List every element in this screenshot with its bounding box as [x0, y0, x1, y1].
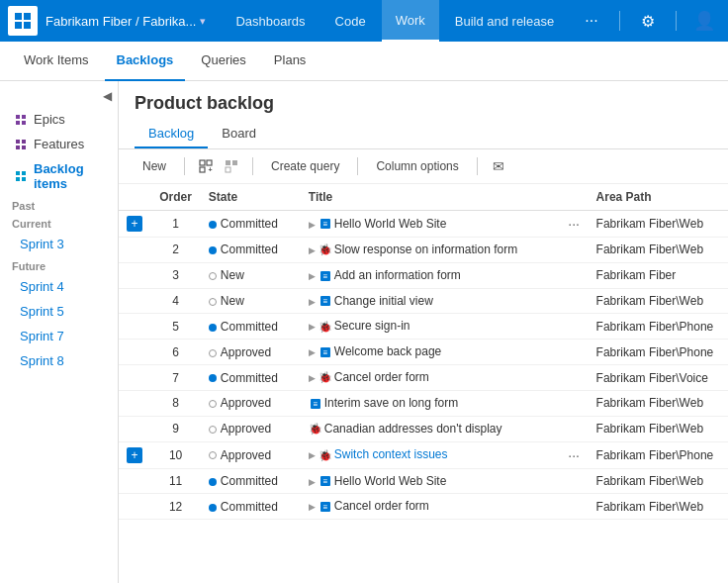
table-row: 7Committed▶🐞Cancel order formFabrikam Fi… — [119, 365, 728, 391]
sidebar-item-features[interactable]: Features — [0, 132, 118, 156]
past-group-label: Past — [0, 196, 118, 214]
expand-icon[interactable]: ▶ — [309, 245, 316, 255]
more-nav-button[interactable]: ··· — [576, 5, 607, 37]
project-name: Fabrikam Fiber / Fabrika... — [46, 14, 196, 29]
new-button[interactable]: New — [135, 156, 174, 176]
project-chevron-icon[interactable]: ▾ — [200, 15, 206, 28]
add-row-button[interactable]: + — [127, 447, 142, 463]
current-group-label: Current — [0, 214, 118, 232]
title-text[interactable]: Canadian addresses don't display — [324, 422, 502, 436]
sidebar-item-backlog[interactable]: Backlog items — [0, 156, 118, 196]
tab-queries[interactable]: Queries — [189, 42, 258, 81]
expand-icon[interactable]: ▶ — [309, 477, 316, 487]
expand-icon[interactable]: ▶ — [309, 220, 316, 230]
add-row-button[interactable]: + — [127, 216, 142, 232]
sidebar-sprint3[interactable]: Sprint 3 — [0, 232, 118, 256]
tab-work-items[interactable]: Work Items — [12, 42, 101, 81]
row-title[interactable]: ≡Interim save on long form — [301, 390, 561, 416]
row-state: Committed — [201, 314, 301, 340]
expand-icon[interactable]: ▶ — [309, 502, 316, 512]
row-more — [560, 262, 588, 288]
row-order: 4 — [150, 288, 200, 314]
add-child-icon[interactable]: + — [195, 155, 217, 177]
sidebar-sprint4[interactable]: Sprint 4 — [0, 274, 118, 299]
title-text[interactable]: Hello World Web Site — [334, 474, 447, 488]
row-title[interactable]: ▶≡Change initial view — [301, 288, 561, 314]
expand-icon[interactable]: ▶ — [309, 347, 316, 357]
tab-plans[interactable]: Plans — [262, 42, 318, 81]
sidebar-sprint5[interactable]: Sprint 5 — [0, 299, 118, 324]
row-state: Approved — [201, 390, 301, 416]
svg-text:≡: ≡ — [322, 220, 327, 229]
col-header-area[interactable]: Area Path — [589, 184, 728, 211]
expand-icon[interactable]: ▶ — [309, 373, 316, 383]
user-avatar[interactable]: 👤 — [688, 5, 720, 37]
collapse-icon[interactable] — [221, 155, 242, 177]
expand-icon[interactable]: ▶ — [309, 297, 316, 307]
state-dot — [209, 272, 217, 280]
nav-separator — [619, 11, 620, 31]
row-title[interactable]: ▶≡Hello World Web Site — [301, 211, 561, 238]
row-state: New — [201, 288, 301, 314]
row-more[interactable]: ··· — [560, 441, 588, 468]
column-options-button[interactable]: Column options — [368, 156, 466, 176]
sprint4-label: Sprint 4 — [20, 279, 64, 294]
tab-backlog[interactable]: Backlog — [135, 120, 208, 148]
tab-board[interactable]: Board — [208, 120, 270, 148]
sidebar-item-epics[interactable]: Epics — [0, 107, 118, 132]
sidebar-sprint8[interactable]: Sprint 8 — [0, 348, 118, 373]
expand-icon[interactable]: ▶ — [309, 322, 316, 332]
title-text[interactable]: Hello World Web Site — [334, 217, 447, 231]
title-text[interactable]: Add an information form — [334, 268, 461, 282]
title-text[interactable]: Slow response on information form — [334, 243, 517, 256]
row-add-col — [119, 262, 150, 288]
col-header-order[interactable]: Order — [150, 184, 200, 211]
create-query-button[interactable]: Create query — [263, 156, 347, 176]
row-title[interactable]: ▶🐞Slow response on information form — [301, 238, 561, 263]
row-state: Committed — [201, 468, 301, 494]
row-title[interactable]: ▶≡Welcome back page — [301, 340, 561, 365]
more-options-button[interactable]: ··· — [568, 216, 580, 232]
row-title[interactable]: ▶≡Hello World Web Site — [301, 468, 561, 494]
svg-rect-10 — [16, 146, 20, 149]
row-state: Approved — [201, 340, 301, 365]
nav-dashboards[interactable]: Dashboards — [222, 0, 318, 42]
settings-icon[interactable]: ⚙ — [632, 5, 664, 37]
state-dot — [209, 324, 217, 332]
col-header-title[interactable]: Title — [301, 184, 561, 211]
title-text[interactable]: Interim save on long form — [324, 396, 458, 410]
nav-build-release[interactable]: Build and release — [441, 0, 568, 42]
nav-work[interactable]: Work — [382, 0, 439, 42]
sidebar-sprint7[interactable]: Sprint 7 — [0, 324, 118, 348]
title-text[interactable]: Cancel order form — [334, 370, 429, 384]
state-dot — [209, 246, 217, 254]
title-text[interactable]: Cancel order form — [334, 499, 429, 513]
more-options-button[interactable]: ··· — [568, 447, 580, 463]
logo[interactable] — [8, 6, 38, 36]
row-order: 11 — [150, 468, 200, 494]
row-add-col[interactable]: + — [119, 211, 150, 238]
row-add-col[interactable]: + — [119, 441, 150, 468]
expand-icon[interactable]: ▶ — [309, 271, 316, 281]
backlog-icon — [14, 169, 28, 183]
row-more[interactable]: ··· — [560, 211, 588, 238]
expand-icon[interactable]: ▶ — [309, 450, 316, 460]
title-text[interactable]: Change initial view — [334, 294, 433, 308]
col-header-state[interactable]: State — [201, 184, 301, 211]
row-title[interactable]: ▶🐞Secure sign-in — [301, 314, 561, 340]
row-title[interactable]: ▶🐞Switch context issues — [301, 441, 561, 468]
title-text[interactable]: Secure sign-in — [334, 319, 410, 333]
collapse-sidebar-icon[interactable]: ◀ — [103, 89, 112, 103]
row-more — [560, 494, 588, 520]
row-title[interactable]: ▶🐞Cancel order form — [301, 365, 561, 391]
tab-backlogs[interactable]: Backlogs — [105, 42, 186, 81]
title-text[interactable]: Switch context issues — [334, 447, 448, 461]
row-title[interactable]: 🐞Canadian addresses don't display — [301, 416, 561, 441]
row-state: New — [201, 262, 301, 288]
row-title[interactable]: ▶≡Add an information form — [301, 262, 561, 288]
email-icon[interactable]: ✉ — [488, 155, 509, 177]
row-title[interactable]: ▶≡Cancel order form — [301, 494, 561, 520]
title-text[interactable]: Welcome back page — [334, 344, 442, 358]
nav-code[interactable]: Code — [321, 0, 380, 42]
sprint7-label: Sprint 7 — [20, 329, 64, 343]
